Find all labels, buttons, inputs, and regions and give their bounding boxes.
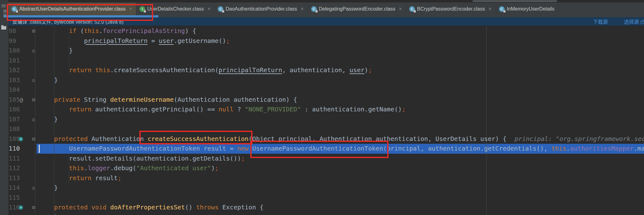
line-number[interactable]: 111	[9, 154, 20, 164]
code-token: ?	[234, 105, 245, 113]
line-number[interactable]: 101	[9, 56, 20, 66]
code-line[interactable]: 108	[0, 124, 644, 134]
editor-tab[interactable]: CInMemoryUserDetails	[496, 2, 559, 17]
line-number[interactable]: 107	[9, 115, 20, 124]
code-editor[interactable]: 98⊟if (this.forcePrincipalAsString) {99p…	[0, 26, 644, 215]
fold-marker-end[interactable]: ⌂	[30, 183, 37, 193]
code-line[interactable]: 103⌂}	[0, 75, 644, 85]
code-token: result	[92, 174, 118, 182]
line-number[interactable]: 117	[9, 213, 20, 215]
code-token: (Authentication authentication) {	[174, 96, 297, 103]
code-token: .createSuccessAuthentication(	[110, 66, 219, 74]
line-number[interactable]: 100	[9, 46, 20, 56]
code-line[interactable]: 100⌂}	[0, 46, 644, 56]
code-token: Exception {	[219, 203, 264, 211]
code-token: .	[84, 164, 88, 172]
overridden-method-icon[interactable]: ▾	[19, 205, 23, 210]
code-line[interactable]: 114⌂}	[0, 183, 644, 193]
line-number[interactable]: 109	[9, 134, 20, 144]
red-box-createSuccessAuthentication	[139, 131, 252, 144]
class-icon: C	[409, 6, 415, 12]
code-line[interactable]: 104	[0, 85, 644, 95]
code-token: null	[219, 105, 234, 113]
fold-marker-minus[interactable]: ⊟	[30, 26, 37, 36]
code-line-text	[37, 124, 644, 134]
line-number[interactable]: 106	[9, 105, 20, 115]
code-line-text	[37, 56, 644, 66]
code-token: return	[69, 174, 91, 182]
annotation-gutter-icon[interactable]: @	[17, 95, 25, 105]
tab-close-icon[interactable]: ✕	[399, 7, 402, 11]
code-line-text: }	[37, 213, 644, 215]
line-number[interactable]: 104	[9, 85, 20, 95]
code-token: )	[365, 66, 368, 74]
editor-tab[interactable]: CDelegatingPasswordEncoder.class✕	[308, 2, 406, 17]
code-line[interactable]: 112this.logger.debug("Authenticated user…	[0, 163, 644, 173]
code-line-text: principalToReturn = user.getUsername();	[37, 36, 644, 46]
code-token: ;	[402, 105, 406, 113]
code-line[interactable]: 116▾⊟protected void doAfterPropertiesSet…	[0, 203, 644, 213]
fold-marker-minus[interactable]: ⊟	[30, 203, 37, 213]
fold-marker-end[interactable]: ⌂	[30, 75, 37, 85]
code-token: user	[159, 37, 174, 44]
code-line[interactable]: 105@⊟private String determineUsername(Au…	[0, 95, 644, 105]
line-number[interactable]: 112	[9, 163, 20, 173]
code-token: new	[237, 145, 248, 152]
line-number[interactable]: 116	[9, 203, 20, 213]
text-caret	[39, 145, 40, 153]
banner-link[interactable]: 下载源	[593, 18, 608, 25]
code-token: this	[84, 27, 99, 35]
code-line[interactable]: 107⌂}	[0, 115, 644, 124]
editor-tab[interactable]: CDaoAuthenticationProvider.class✕	[215, 2, 308, 17]
code-line[interactable]: 102return this.createSuccessAuthenticati…	[0, 65, 644, 75]
code-line[interactable]: 113return result;	[0, 173, 644, 183]
line-number[interactable]: 114	[9, 183, 20, 193]
code-line[interactable]: 99principalToReturn = user.getUsername()…	[0, 36, 644, 46]
code-line[interactable]: 101	[0, 56, 644, 66]
line-number[interactable]: 113	[9, 173, 20, 183]
fold-marker-minus[interactable]: ⊟	[30, 134, 37, 144]
line-number[interactable]: 108	[9, 124, 20, 134]
code-token: ;	[241, 155, 245, 162]
line-number[interactable]: 99	[9, 36, 16, 46]
code-line-text	[37, 193, 644, 203]
tabs-scrollbar-thumb[interactable]	[473, 0, 557, 2]
fold-marker-minus[interactable]: ⊟	[30, 95, 37, 105]
code-line[interactable]: 106return authentication.getPrincipal() …	[0, 105, 644, 115]
code-token: }	[54, 115, 58, 123]
code-token: private	[54, 96, 80, 103]
code-line-text: this.logger.debug("Authenticated user");	[37, 163, 644, 173]
banner-link[interactable]: 选择源 (S	[624, 18, 644, 25]
line-number[interactable]: 98	[9, 26, 16, 36]
tool-window-stripe: ☰ 项目	[0, 0, 8, 215]
line-number[interactable]: 103	[9, 75, 20, 85]
code-token: void	[92, 203, 107, 211]
overridden-method-icon[interactable]: ▾	[19, 137, 23, 141]
editor-tab[interactable]: CBCryptPasswordEncoder.class✕	[406, 2, 496, 17]
code-line[interactable]: 98⊟if (this.forcePrincipalAsString) {	[0, 26, 644, 36]
lock-badge	[315, 11, 318, 12]
class-icon: C	[499, 6, 505, 12]
folder-icon[interactable]	[1, 26, 6, 30]
code-token: return	[69, 105, 91, 113]
banner-links: 下载源选择源 (S	[593, 18, 644, 25]
code-line[interactable]: 117}	[0, 213, 644, 215]
code-token: this	[69, 164, 84, 172]
tab-close-icon[interactable]: ✕	[301, 7, 304, 11]
fold-marker-end[interactable]: ⌂	[30, 46, 37, 56]
lock-badge	[414, 11, 416, 12]
code-token: this	[95, 66, 110, 74]
code-token: String	[80, 96, 110, 103]
code-line-text	[37, 85, 644, 95]
code-token: (	[76, 27, 84, 35]
line-number[interactable]: 110	[9, 144, 20, 154]
fold-marker-end[interactable]: ⌂	[30, 115, 37, 124]
tab-close-icon[interactable]: ✕	[488, 7, 492, 11]
code-line[interactable]: 115	[0, 193, 644, 203]
tab-close-icon[interactable]: ✕	[207, 7, 211, 11]
line-number[interactable]: 115	[9, 193, 20, 203]
hamburger-icon[interactable]: ☰	[1, 4, 6, 8]
code-token: authentication.getPrincipal() ==	[92, 105, 219, 113]
code-token: UsernamePasswordAuthenticationToken resu…	[69, 145, 237, 152]
line-number[interactable]: 102	[9, 65, 20, 75]
